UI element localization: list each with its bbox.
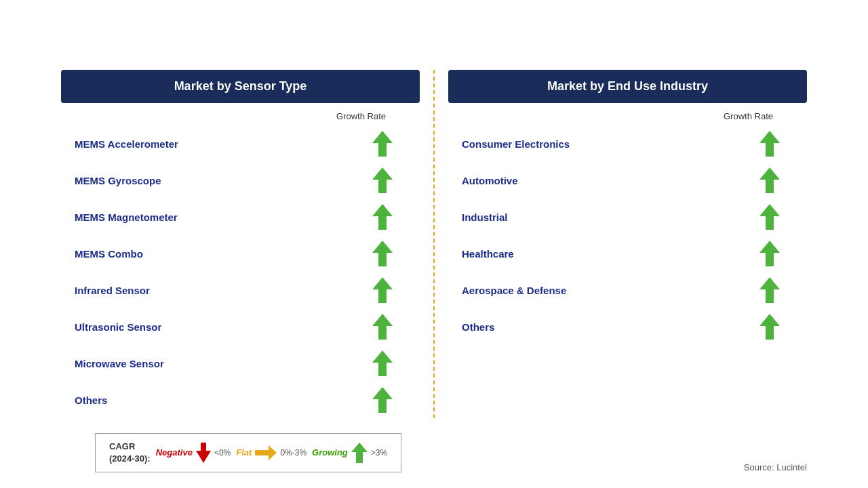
flat-range: 0%-3%: [280, 448, 307, 458]
svg-marker-3: [372, 241, 393, 266]
up-arrow-icon: [760, 241, 780, 266]
list-item: MEMS Combo: [61, 235, 420, 272]
list-item: Others: [448, 308, 807, 345]
industry-label: Industrial: [462, 211, 508, 223]
svg-marker-14: [196, 443, 211, 463]
up-arrow-icon: [372, 314, 393, 340]
list-item: Microwave Sensor: [61, 345, 420, 382]
industry-label: Automotive: [462, 175, 518, 186]
list-item: Consumer Electronics: [448, 125, 807, 162]
sensor-label: MEMS Gyroscope: [75, 175, 161, 186]
up-arrow-icon: [372, 387, 393, 413]
svg-marker-0: [372, 131, 393, 157]
down-arrow-icon: [196, 443, 211, 463]
right-panel: Market by End Use Industry Growth Rate C…: [448, 70, 807, 418]
list-item: Healthcare: [448, 235, 807, 272]
cagr-label: CAGR (2024-30):: [109, 441, 151, 465]
legend-flat: Flat 0%-3%: [236, 445, 307, 460]
list-item: MEMS Magnetometer: [61, 199, 420, 235]
sensor-label: MEMS Combo: [75, 248, 143, 260]
list-item: Aerospace & Defense: [448, 272, 807, 308]
growing-label: Growing: [312, 447, 348, 458]
up-arrow-icon: [372, 204, 393, 230]
svg-marker-15: [255, 445, 277, 460]
negative-range: <0%: [214, 448, 231, 458]
right-panel-header: Market by End Use Industry: [448, 70, 807, 103]
industry-label: Consumer Electronics: [462, 138, 570, 150]
list-item: Others: [61, 382, 420, 418]
svg-marker-2: [372, 204, 393, 230]
svg-marker-6: [372, 350, 393, 376]
svg-marker-5: [372, 314, 393, 340]
up-arrow-icon: [372, 350, 393, 376]
svg-marker-16: [351, 443, 368, 463]
sensor-label: Ultrasonic Sensor: [75, 321, 161, 333]
up-arrow-icon: [372, 167, 393, 193]
up-arrow-icon: [372, 277, 393, 303]
sensor-label: MEMS Accelerometer: [75, 138, 178, 150]
svg-marker-9: [760, 167, 780, 193]
flat-label: Flat: [236, 447, 252, 458]
list-item: MEMS Gyroscope: [61, 162, 420, 199]
sensor-label: Microwave Sensor: [75, 358, 164, 369]
list-item: Industrial: [448, 199, 807, 235]
legend-negative: Negative <0%: [156, 443, 231, 463]
source-text: Source: Lucintel: [744, 462, 807, 472]
svg-marker-4: [372, 277, 393, 303]
up-arrow-icon: [760, 204, 780, 230]
svg-marker-10: [760, 204, 780, 230]
right-arrow-icon: [255, 445, 277, 460]
sensor-label: Infrared Sensor: [75, 285, 150, 296]
list-item: MEMS Accelerometer: [61, 125, 420, 162]
left-panel: Market by Sensor Type Growth Rate MEMS A…: [61, 70, 420, 418]
right-growth-rate-label: Growth Rate: [448, 103, 807, 125]
up-arrow-icon: [760, 131, 780, 157]
left-growth-rate-label: Growth Rate: [61, 103, 420, 125]
list-item: Automotive: [448, 162, 807, 199]
legend-growing: Growing >3%: [312, 443, 387, 463]
negative-label: Negative: [156, 447, 193, 458]
left-panel-header: Market by Sensor Type: [61, 70, 420, 103]
list-item: Ultrasonic Sensor: [61, 308, 420, 345]
up-arrow-icon: [760, 167, 780, 193]
sensor-label: MEMS Magnetometer: [75, 211, 178, 223]
list-item: Infrared Sensor: [61, 272, 420, 308]
up-arrow-icon: [760, 277, 780, 303]
main-container: Market by Sensor Type Growth Rate MEMS A…: [61, 70, 807, 418]
svg-marker-7: [372, 387, 393, 413]
svg-marker-1: [372, 167, 393, 193]
up-arrow-icon: [760, 314, 780, 340]
svg-marker-13: [760, 314, 780, 340]
up-arrow-icon: [372, 131, 393, 157]
vertical-divider: [433, 70, 435, 418]
industry-label: Aerospace & Defense: [462, 285, 566, 296]
svg-marker-8: [760, 131, 780, 157]
industry-label: Healthcare: [462, 248, 514, 260]
sensor-label: Others: [75, 394, 107, 406]
up-arrow-icon-legend: [351, 443, 368, 463]
up-arrow-icon: [372, 241, 393, 266]
industry-label: Others: [462, 321, 494, 333]
svg-marker-12: [760, 277, 780, 303]
svg-marker-11: [760, 241, 780, 266]
growing-range: >3%: [371, 448, 387, 458]
legend-box: CAGR (2024-30): Negative <0% Flat 0%-3% …: [95, 433, 401, 472]
